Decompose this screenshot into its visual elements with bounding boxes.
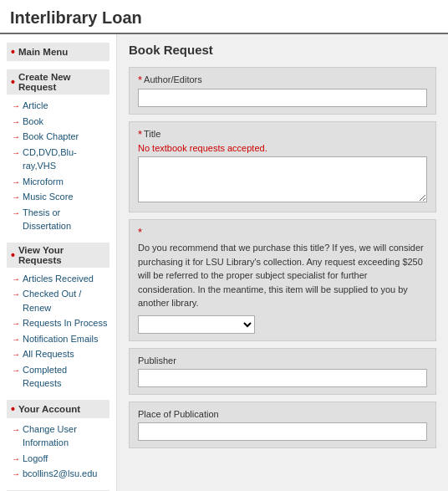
publisher-group: Publisher (129, 348, 436, 395)
sidebar-section-title-create: Create New Request (7, 69, 109, 95)
place-of-publication-label: Place of Publication (138, 409, 427, 419)
publisher-input[interactable] (138, 369, 427, 387)
sidebar-item-article[interactable]: → Article (7, 98, 109, 114)
title-label: * Title (138, 129, 427, 140)
arrow-icon: → (12, 317, 20, 330)
arrow-icon: → (12, 115, 20, 128)
sidebar-item-music-score[interactable]: → Music Score (7, 189, 109, 205)
arrow-icon: → (12, 453, 20, 465)
purchase-recommend-label: * (138, 227, 427, 238)
arrow-icon: → (12, 146, 20, 159)
sidebar-section-main-menu: Main Menu (7, 43, 109, 61)
arrow-icon: → (12, 191, 20, 203)
sidebar-section-account: Your Account → Change User Information →… (7, 400, 109, 482)
sidebar-section-create: Create New Request → Article → Book → Bo… (7, 69, 109, 234)
arrow-icon: → (12, 288, 20, 300)
author-editors-group: * Author/Editors (129, 67, 436, 115)
main-content: Book Request * Author/Editors * Title No… (117, 34, 448, 491)
sidebar-item-completed-requests[interactable]: → Completed Requests (7, 362, 109, 391)
sidebar-section-title-main-menu: Main Menu (7, 43, 109, 61)
sidebar-item-email[interactable]: → bcollins2@lsu.edu (7, 466, 109, 482)
required-star: * (138, 74, 142, 85)
sidebar-section-title-account: Your Account (7, 400, 109, 418)
arrow-icon: → (12, 333, 20, 345)
arrow-icon: → (12, 130, 20, 143)
sidebar: Main Menu Create New Request → Article →… (0, 34, 117, 491)
place-of-publication-group: Place of Publication (129, 401, 436, 448)
sidebar-item-articles-received[interactable]: → Articles Received (7, 271, 109, 287)
arrow-icon: → (12, 100, 20, 112)
purchase-recommend-select[interactable]: Yes No (138, 315, 255, 334)
sidebar-item-logoff[interactable]: → Logoff (7, 451, 109, 467)
sidebar-item-cd-dvd[interactable]: → CD,DVD,Blu-ray,VHS (7, 145, 109, 174)
title-error: No textbook requests accepted. (138, 143, 427, 153)
sidebar-item-notification-emails[interactable]: → Notification Emails (7, 331, 109, 347)
arrow-icon: → (12, 468, 20, 480)
sidebar-section-view-requests: View Your Requests → Articles Received →… (7, 243, 109, 391)
place-of-publication-input[interactable] (138, 422, 427, 441)
sidebar-section-title-view: View Your Requests (7, 243, 109, 268)
arrow-icon: → (12, 176, 20, 188)
arrow-icon: → (12, 364, 20, 376)
title-input[interactable] (138, 156, 427, 202)
sidebar-item-book[interactable]: → Book (7, 114, 109, 130)
author-editors-input[interactable] (138, 89, 427, 107)
sidebar-item-book-chapter[interactable]: → Book Chapter (7, 129, 109, 145)
sidebar-item-microform[interactable]: → Microform (7, 174, 109, 190)
main-layout: Main Menu Create New Request → Article →… (0, 34, 448, 491)
sidebar-item-change-user[interactable]: → Change User Information (7, 422, 109, 451)
required-star: * (138, 129, 142, 140)
arrow-icon: → (12, 273, 20, 285)
book-request-title: Book Request (129, 43, 436, 57)
publisher-label: Publisher (138, 355, 427, 366)
arrow-icon: → (12, 207, 20, 219)
purchase-recommend-description: Do you recommend that we purchase this t… (138, 241, 427, 310)
purchase-recommend-group: * Do you recommend that we purchase this… (129, 219, 436, 341)
sidebar-item-checked-out[interactable]: → Checked Out / Renew (7, 286, 109, 315)
sidebar-item-requests-in-process[interactable]: → Requests In Process (7, 315, 109, 331)
sidebar-item-thesis[interactable]: → Thesis or Dissertation (7, 205, 109, 234)
header: Interlibrary Loan (0, 0, 448, 34)
sidebar-item-all-requests[interactable]: → All Requests (7, 346, 109, 362)
arrow-icon: → (12, 423, 20, 436)
required-star: * (138, 227, 142, 238)
arrow-icon: → (12, 348, 20, 361)
page-header-title: Interlibrary Loan (10, 8, 438, 28)
author-editors-label: * Author/Editors (138, 74, 427, 85)
title-group: * Title No textbook requests accepted. (129, 121, 436, 212)
